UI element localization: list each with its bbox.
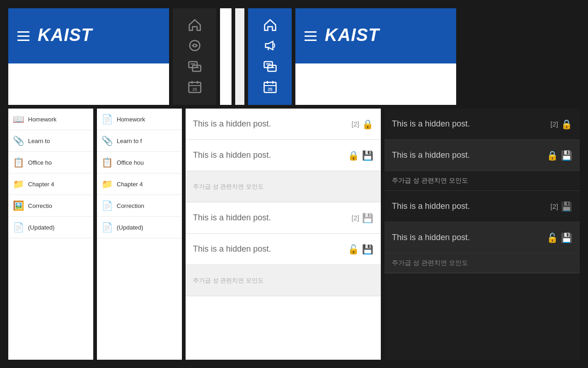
clip-icon: 📎 [13,135,24,146]
file-item-label: Correction [117,202,144,209]
post-item-dark[interactable]: This is a hidden post. 🔒 💾 [384,140,580,171]
nav-home-dark[interactable] [187,17,203,35]
nav-speaker-dark[interactable] [187,37,203,56]
file-item[interactable]: 📖 Homework [8,109,93,130]
file-item-label: Office hou [117,159,144,166]
hamburger-button-2[interactable] [305,31,317,41]
nav-chat-blue[interactable] [262,58,278,76]
ham-line [305,35,317,37]
header-blue-2: KAIST [295,8,456,63]
nav-calendar-blue[interactable]: 25 [262,79,278,97]
korean-text-2: 주가급 성 관련치연 모인도 [193,276,264,285]
top-row: KAIST [8,8,580,105]
file-item[interactable]: 📎 Learn to f [97,130,182,152]
file-item-label: Learn to [28,138,50,144]
unlock-icon-dark: 🔓 [547,232,558,243]
post-text: This is a hidden post. [193,150,345,160]
lock-icon-dark: 🔒 [547,150,558,161]
nav-blue-col: 25 [248,8,292,105]
page-wrapper: KAIST [0,0,588,368]
ham-line [17,31,29,33]
post-text: This is a hidden post. [193,244,345,254]
svg-text:25: 25 [192,87,197,92]
ham-line [17,35,29,37]
file-item[interactable]: 📄 (Updated) [97,217,182,238]
image-icon: 🖼️ [13,200,24,211]
clip-icon-2: 📎 [102,135,113,146]
lock-icon: 🔒 [362,119,373,130]
file-item-label: (Updated) [28,224,55,231]
file-item-label: (Updated) [117,224,143,231]
file-item[interactable]: 📋 Office hou [97,152,182,173]
post-text-dark: This is a hidden post. [392,233,544,242]
file-item[interactable]: 📁 Chapter 4 [8,173,93,195]
save-icon-dark: 💾 [561,150,572,161]
save-icon: 💾 [362,244,373,255]
lock-icon-dark: 🔒 [561,119,572,130]
ham-line [305,31,317,33]
post-item-korean: 주가급 성 관련치연 모인도 [186,171,381,202]
file-panel-2: 📄 Homework 📎 Learn to f 📋 Office hou 📁 C… [97,109,182,360]
bottom-row: 📖 Homework 📎 Learn to 📋 Office ho 📁 Chap… [8,109,580,360]
posts-white-panel: This is a hidden post. [2] 🔒 This is a h… [186,109,381,360]
nav-dark-col: 25 [173,8,216,105]
file-item[interactable]: 📄 Correction [97,195,182,217]
logo-wrapper-1: KAIST [38,25,92,47]
file-item[interactable]: 📎 Learn to [8,130,93,152]
posts-dark-panel: This is a hidden post. [2] 🔒 This is a h… [384,109,580,360]
file-item[interactable]: 📋 Office ho [8,152,93,173]
book-icon: 📖 [13,114,24,125]
post-item[interactable]: This is a hidden post. [2] 💾 [186,202,381,234]
file-item-label: Chapter 4 [117,181,143,188]
unlock-icon: 🔓 [348,244,359,255]
post-item-dark[interactable]: This is a hidden post. [2] 🔒 [384,109,580,140]
post-item-dark[interactable]: This is a hidden post. [2] 💾 [384,191,580,222]
doc-icon-2: 📄 [102,200,113,211]
file-item[interactable]: 📄 Homework [97,109,182,130]
doc-icon: 📄 [102,114,113,125]
file-item-label: Chapter 4 [28,181,54,188]
korean-text: 주가급 성 관련치연 모인도 [193,183,264,191]
nav-home-blue[interactable] [262,17,278,35]
post-item[interactable]: This is a hidden post. 🔒 💾 [186,140,381,171]
hamburger-button-1[interactable] [17,31,29,41]
post-badge-dark: [2] [550,120,558,128]
doc-icon-3: 📄 [102,222,113,233]
post-badge-dark: [2] [550,202,558,210]
post-item-korean-2: 주가급 성 관련치연 모인도 [186,265,381,296]
svg-point-1 [193,44,196,47]
spreadsheet-icon: 📋 [13,157,24,168]
file-item-label: Homework [117,116,145,123]
post-badge: [2] [351,120,359,128]
save-icon: 💾 [362,213,373,224]
header-box-2: KAIST [295,8,456,105]
post-item-dark[interactable]: This is a hidden post. 🔓 💾 [384,222,580,253]
nav-calendar-dark[interactable]: 25 [187,79,203,97]
save-icon-dark: 💾 [561,232,572,243]
file-item-label: Correctio [28,202,52,209]
ham-line [305,40,317,41]
header-white-2 [295,63,456,105]
post-item[interactable]: This is a hidden post. 🔓 💾 [186,234,381,265]
post-item[interactable]: This is a hidden post. [2] 🔒 [186,109,381,140]
folder-icon: 📁 [13,178,24,190]
nav-chat-dark[interactable] [187,58,203,76]
nav-megaphone-blue[interactable] [262,37,278,56]
file-item[interactable]: 📁 Chapter 4 [97,173,182,195]
korean-post-dark: 주가급 성 관련치연 모인도 [384,171,580,191]
post-text: This is a hidden post. [193,119,349,129]
file-panel-1: 📖 Homework 📎 Learn to 📋 Office ho 📁 Chap… [8,109,93,360]
kaist-logo-2: KAIST [325,25,379,45]
save-icon-dark: 💾 [561,201,572,212]
file-item-label: Learn to f [117,138,142,144]
file-item[interactable]: 🖼️ Correctio [8,195,93,217]
header-white-1 [8,63,169,105]
korean-post-dark-2: 주가급 성 관련치연 모인도 [384,253,580,273]
header-box-1: KAIST [8,8,169,105]
post-text: This is a hidden post. [193,213,349,223]
lock-icon: 🔒 [348,150,359,161]
ham-line [17,40,29,41]
folder-icon-2: 📁 [102,178,113,190]
post-text-dark: This is a hidden post. [392,150,544,160]
file-item[interactable]: 📄 (Updated) [8,217,93,238]
